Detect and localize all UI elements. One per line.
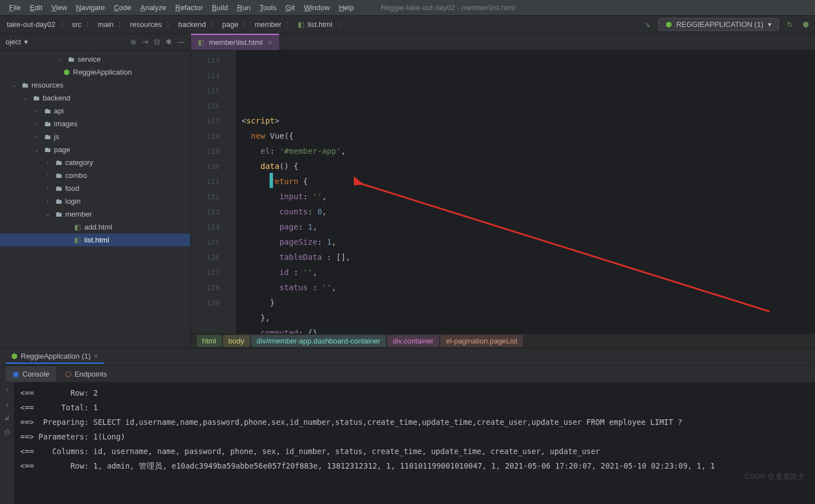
code-area[interactable]: <script> new Vue({ el: '#member-app', da…	[236, 51, 815, 333]
breadcrumb-backend[interactable]: backend	[176, 19, 208, 30]
tree-item-ReggieApplication[interactable]: ⬢ReggieApplication	[0, 66, 190, 79]
tree-item-api[interactable]: ›🖿api	[0, 104, 190, 117]
toolbar-right: ↘ ⬢ REGGIEAPPLICATION (1) ▾ ↻ ⬢	[643, 18, 811, 31]
nav-bar: take-out-day02〉src〉main〉resources〉backen…	[0, 16, 815, 34]
close-run-tab-icon[interactable]: ×	[94, 352, 98, 360]
breadcrumb-src[interactable]: src	[70, 19, 84, 30]
scroll-down-icon[interactable]: ↓	[5, 400, 9, 408]
menu-navigate[interactable]: Navigate	[71, 2, 109, 13]
editor-tab-label: member\list.html	[209, 38, 262, 47]
watermark: CSDN @鬼鬼骑士	[744, 471, 804, 482]
print-icon[interactable]: ⎙	[5, 428, 10, 436]
settings-icon[interactable]: ✱	[166, 38, 172, 46]
breadcrumb-take-out-day02[interactable]: take-out-day02	[4, 19, 58, 30]
hide-panel-icon[interactable]: —	[177, 38, 185, 46]
run-tabs: ⬢ ReggieApplication (1) ×	[0, 349, 815, 365]
run-tab-label: ReggieApplication (1)	[21, 352, 90, 360]
editor-area: ◧ member\list.html × 113 114 115 116 117…	[191, 34, 815, 348]
project-tree[interactable]: ›🖿service⬢ReggieApplication⌄🖿resources⌄🖿…	[0, 51, 190, 348]
tree-item-list.html[interactable]: ◧list.html	[0, 233, 190, 246]
menu-run[interactable]: Run	[233, 2, 255, 13]
editor-tabs: ◧ member\list.html ×	[191, 34, 815, 51]
tree-item-images[interactable]: ›🖿images	[0, 117, 190, 130]
element-crumb[interactable]: div.container	[387, 335, 439, 347]
fold-strip	[225, 51, 236, 333]
element-crumb[interactable]: div#member-app.dashboard-container	[251, 335, 386, 347]
menu-analyze[interactable]: Analyze	[136, 2, 171, 13]
menu-help[interactable]: Help	[334, 2, 358, 13]
editor-body[interactable]: 113 114 115 116 117 118 119 120 121 122 …	[191, 51, 815, 333]
tree-item-backend[interactable]: ⌄🖿backend	[0, 91, 190, 104]
scroll-top-icon[interactable]: ↑	[5, 386, 9, 394]
menu-window[interactable]: Window	[299, 2, 334, 13]
build-icon[interactable]: ↘	[643, 20, 653, 30]
tree-item-page[interactable]: ⌄🖿page	[0, 143, 190, 156]
run-panel: ⬢ ReggieApplication (1) × ▣Console⬡Endpo…	[0, 348, 815, 504]
breadcrumb-resources[interactable]: resources	[128, 19, 164, 30]
tree-item-add.html[interactable]: ◧add.html	[0, 221, 190, 233]
change-marker	[270, 173, 273, 188]
project-panel: oject ▾ ⊕ ⇥ ⊟ ✱ — ›🖿service⬢ReggieApplic…	[0, 34, 191, 348]
html-file-icon: ◧	[198, 38, 204, 47]
run-subtabs: ▣Console⬡Endpoints	[0, 365, 815, 382]
run-tab[interactable]: ⬢ ReggieApplication (1) ×	[6, 350, 104, 364]
menu-edit[interactable]: Edit	[25, 2, 47, 13]
element-crumb[interactable]: body	[223, 335, 250, 347]
tree-item-category[interactable]: ›🖿category	[0, 156, 190, 169]
element-crumb[interactable]: html	[197, 335, 222, 347]
tree-item-combo[interactable]: ›🖿combo	[0, 169, 190, 182]
menu-build[interactable]: Build	[207, 2, 233, 13]
tree-item-login[interactable]: ›🖿login	[0, 195, 190, 208]
menu-tools[interactable]: Tools	[255, 2, 281, 13]
menu-refactor[interactable]: Refactor	[171, 2, 207, 13]
spring-icon: ⬢	[11, 352, 17, 360]
menu-view[interactable]: View	[47, 2, 71, 13]
breadcrumb-main[interactable]: main	[95, 19, 116, 30]
run-config-dropdown[interactable]: ⬢ REGGIEAPPLICATION (1) ▾	[658, 18, 779, 31]
menu-git[interactable]: Git	[281, 2, 299, 13]
rerun-icon[interactable]: ↻	[785, 20, 795, 30]
menu-file[interactable]: File	[4, 2, 25, 13]
chevron-down-icon: ▾	[768, 20, 772, 29]
subtab-endpoints[interactable]: ⬡Endpoints	[58, 366, 114, 382]
project-dropdown-icon[interactable]: ▾	[24, 38, 28, 46]
debug-icon[interactable]: ⬢	[800, 20, 811, 30]
breadcrumbs: take-out-day02〉src〉main〉resources〉backen…	[4, 19, 344, 30]
window-title: Reggie-take-out-day02 - member\list.html	[381, 3, 515, 12]
menu-bar: FileEditViewNavigateCodeAnalyzeRefactorB…	[0, 0, 815, 16]
project-panel-header: oject ▾ ⊕ ⇥ ⊟ ✱ —	[0, 34, 190, 51]
console-sidebar: ↑ ↓ ↲ ⎙	[0, 382, 15, 504]
spring-icon: ⬢	[666, 20, 672, 29]
breadcrumb-list.html[interactable]: ◧ list.html	[295, 19, 335, 30]
collapse-icon[interactable]: ⊟	[154, 38, 160, 46]
tree-item-member[interactable]: ⌄🖿member	[0, 208, 190, 221]
breadcrumb-page[interactable]: page	[220, 19, 241, 30]
project-title: oject	[6, 38, 21, 46]
line-gutter: 113 114 115 116 117 118 119 120 121 122 …	[191, 51, 225, 333]
expand-icon[interactable]: ⇥	[142, 38, 148, 46]
subtab-console[interactable]: ▣Console	[6, 366, 56, 382]
tree-item-food[interactable]: ›🖿food	[0, 182, 190, 195]
console-output[interactable]: <== Row: 2 <== Total: 1 ==> Preparing: S…	[15, 382, 815, 504]
element-crumb[interactable]: el-pagination.pageList	[440, 335, 523, 347]
menu-code[interactable]: Code	[110, 2, 136, 13]
close-tab-icon[interactable]: ×	[268, 38, 272, 47]
soft-wrap-icon[interactable]: ↲	[4, 414, 10, 422]
editor-tab[interactable]: ◧ member\list.html ×	[191, 34, 279, 50]
select-opened-icon[interactable]: ⊕	[130, 38, 136, 46]
tree-item-js[interactable]: ›🖿js	[0, 130, 190, 143]
breadcrumb-member[interactable]: member	[252, 19, 284, 30]
tree-item-resources[interactable]: ⌄🖿resources	[0, 79, 190, 91]
element-breadcrumb: htmlbodydiv#member-app.dashboard-contain…	[191, 333, 815, 348]
run-config-label: REGGIEAPPLICATION (1)	[676, 20, 763, 29]
tree-item-service[interactable]: ›🖿service	[0, 53, 190, 66]
